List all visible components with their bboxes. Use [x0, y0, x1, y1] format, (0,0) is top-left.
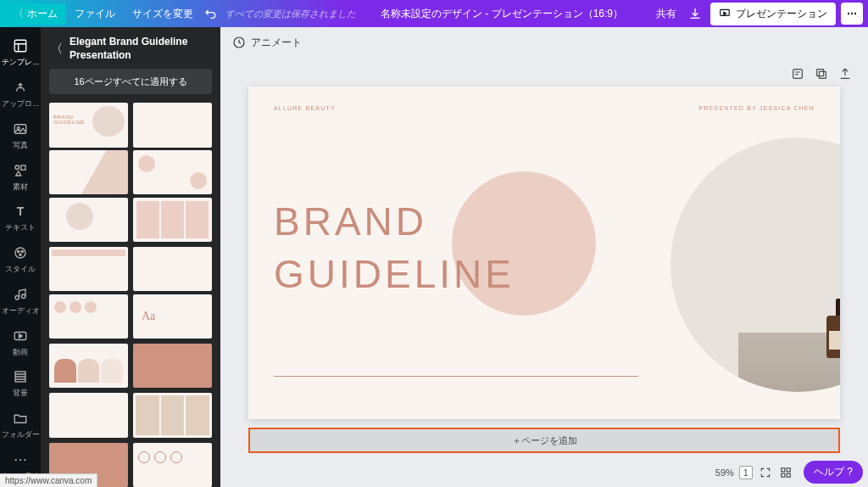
- rail-elements-label: 素材: [13, 182, 28, 193]
- video-icon: [12, 327, 29, 344]
- template-thumb[interactable]: [49, 198, 128, 242]
- template-thumb[interactable]: [49, 150, 128, 194]
- zoom-level[interactable]: 59%: [715, 467, 734, 478]
- template-thumb[interactable]: [133, 198, 212, 242]
- rail-video[interactable]: 動画: [0, 322, 41, 363]
- svg-point-7: [18, 250, 19, 252]
- template-thumb[interactable]: [133, 393, 212, 437]
- template-thumb[interactable]: [49, 344, 128, 388]
- template-thumb[interactable]: [49, 294, 128, 339]
- table-surface: [738, 333, 840, 392]
- present-label: プレゼンテーション: [736, 7, 827, 21]
- templates-icon: [12, 37, 29, 54]
- template-thumb[interactable]: [49, 247, 128, 291]
- rail-styles-label: スタイル: [5, 264, 36, 275]
- svg-rect-16: [819, 71, 826, 78]
- status-bar-url: https://www.canva.com: [0, 473, 97, 487]
- template-panel: 〈 Elegant Brand Guideline Presentation 1…: [41, 27, 220, 487]
- rail-audio-label: オーディオ: [2, 305, 40, 316]
- svg-rect-21: [787, 473, 790, 477]
- template-thumb[interactable]: [133, 344, 212, 388]
- download-button[interactable]: [685, 3, 705, 24]
- more-button[interactable]: ⋯: [841, 3, 863, 25]
- present-icon: [719, 8, 731, 20]
- styles-icon: [12, 244, 29, 261]
- rail-folders[interactable]: フォルダー: [0, 405, 41, 446]
- template-thumbnails: BRANDGUIDELINE: [41, 103, 220, 487]
- rail-background[interactable]: 背景: [0, 363, 41, 405]
- more-icon: ⋯: [12, 451, 29, 468]
- svg-rect-5: [21, 165, 25, 170]
- fullscreen-icon[interactable]: [758, 465, 773, 480]
- title-line-2: GUIDELINE: [274, 248, 515, 300]
- apply-all-button[interactable]: 16ページすべてに適用する: [49, 69, 212, 94]
- rail-templates[interactable]: テンプレ...: [0, 32, 41, 74]
- slide-divider: [274, 376, 638, 377]
- template-thumb[interactable]: [133, 247, 212, 291]
- slide-title: BRAND GUIDELINE: [274, 195, 515, 300]
- undo-button[interactable]: [202, 4, 220, 23]
- add-page-button[interactable]: ＋ページを追加: [248, 428, 840, 453]
- svg-point-8: [21, 250, 23, 252]
- rail-text-label: テキスト: [5, 222, 36, 233]
- template-thumb[interactable]: [133, 103, 212, 147]
- grid-view-icon[interactable]: [778, 465, 793, 480]
- slide-brand-label: ALLURE BEAUTY: [274, 105, 336, 111]
- folder-icon: [12, 410, 29, 427]
- animate-icon: [232, 36, 246, 49]
- rail-elements[interactable]: 素材: [0, 156, 41, 198]
- text-icon: T: [12, 203, 29, 220]
- template-thumb[interactable]: [49, 393, 128, 437]
- rail-background-label: 背景: [13, 388, 28, 399]
- panel-back-button[interactable]: 〈: [51, 42, 63, 57]
- elements-icon: [12, 162, 29, 179]
- resize-menu[interactable]: サイズを変更: [124, 3, 202, 25]
- file-menu[interactable]: ファイル: [66, 3, 124, 25]
- share-button[interactable]: 共有: [648, 3, 685, 25]
- template-thumb[interactable]: [133, 443, 212, 487]
- notes-icon[interactable]: [790, 66, 805, 81]
- rail-video-label: 動画: [13, 347, 28, 358]
- bottom-toolbar: 59% 1 ヘルプ ?: [715, 461, 863, 484]
- rail-folders-label: フォルダー: [2, 429, 40, 440]
- rail-photos-label: 写真: [13, 140, 28, 151]
- svg-rect-19: [787, 467, 790, 471]
- help-button[interactable]: ヘルプ ?: [804, 461, 863, 484]
- duplicate-icon[interactable]: [814, 66, 829, 81]
- canvas-area: アニメート ALLURE BEAUTY PRESENTED BY JESSICA…: [220, 27, 868, 487]
- background-icon: [12, 368, 29, 385]
- rail-templates-label: テンプレ...: [2, 57, 39, 68]
- rail-photos[interactable]: 写真: [0, 115, 41, 156]
- rail-styles[interactable]: スタイル: [0, 239, 41, 281]
- saved-status: すべての変更は保存されました: [225, 8, 356, 20]
- template-thumb[interactable]: [133, 294, 212, 339]
- slide-canvas[interactable]: ALLURE BEAUTY PRESENTED BY JESSICA CHEN …: [248, 87, 840, 419]
- template-title: Elegant Brand Guideline Presentation: [70, 36, 210, 62]
- share-slide-icon[interactable]: [837, 66, 853, 81]
- audio-icon: [12, 286, 29, 303]
- animate-button[interactable]: アニメート: [251, 36, 302, 50]
- home-label: ホーム: [27, 7, 58, 21]
- rail-audio[interactable]: オーディオ: [0, 280, 41, 322]
- rail-text[interactable]: Tテキスト: [0, 198, 41, 239]
- document-title[interactable]: 名称未設定のデザイン - プレゼンテーション（16:9）: [356, 7, 648, 21]
- title-line-1: BRAND: [274, 195, 515, 248]
- svg-point-6: [15, 248, 25, 258]
- svg-rect-18: [782, 467, 785, 471]
- template-thumb[interactable]: BRANDGUIDELINE: [49, 103, 128, 147]
- svg-point-9: [19, 254, 21, 255]
- left-rail: テンプレ... アップロ... 写真 素材 Tテキスト スタイル オーディオ 動…: [0, 27, 41, 487]
- rail-uploads-label: アップロ...: [2, 98, 39, 109]
- template-thumb[interactable]: [133, 150, 212, 194]
- svg-point-4: [15, 165, 19, 170]
- cosmetic-bottle: [826, 299, 840, 358]
- present-button[interactable]: プレゼンテーション: [710, 3, 836, 25]
- page-number[interactable]: 1: [739, 466, 753, 479]
- svg-rect-17: [817, 70, 824, 76]
- top-bar: 〈 ホーム ファイル サイズを変更 すべての変更は保存されました 名称未設定のデ…: [0, 0, 868, 27]
- svg-rect-20: [782, 473, 785, 477]
- rail-uploads[interactable]: アップロ...: [0, 74, 41, 115]
- context-toolbar: アニメート: [220, 27, 868, 58]
- home-button[interactable]: 〈 ホーム: [5, 3, 66, 25]
- slide-photo: [670, 137, 840, 392]
